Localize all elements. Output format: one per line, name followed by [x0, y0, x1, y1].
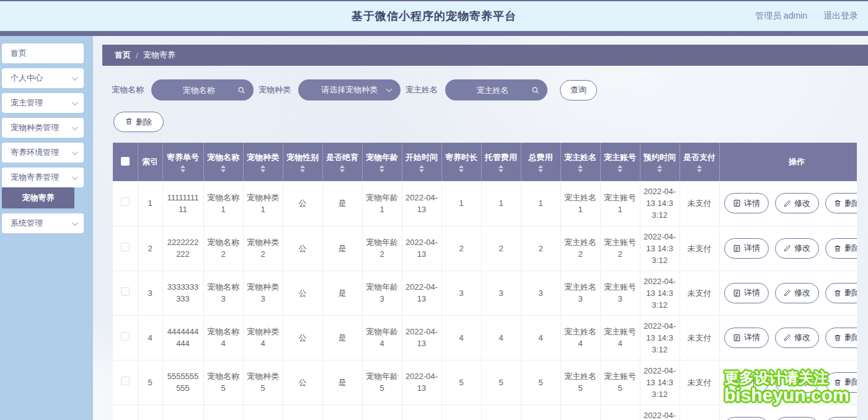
detail-button[interactable]: 详情: [724, 328, 769, 348]
column-header: 总费用: [521, 143, 560, 181]
column-header: 宠主账号: [600, 143, 640, 181]
edit-button[interactable]: 修改: [775, 372, 819, 393]
sort-caret-icon[interactable]: [379, 165, 384, 172]
sidebar-item-5[interactable]: 宠物寄养管理: [2, 168, 84, 187]
cell-total-fee: 5: [521, 360, 560, 404]
column-header: 开始时间: [402, 143, 441, 181]
delete-button[interactable]: 删除: [825, 238, 857, 259]
edit-button[interactable]: 修改: [775, 193, 819, 213]
sort-caret-icon[interactable]: [180, 165, 185, 172]
breadcrumb-home[interactable]: 首页: [115, 50, 131, 61]
sort-caret-icon[interactable]: [459, 165, 464, 172]
sidebar-item-label: 系统管理: [11, 218, 43, 229]
select-all-checkbox[interactable]: [121, 157, 130, 166]
pet-type-select[interactable]: 请选择宠物种类: [298, 79, 401, 101]
column-header-label: 总费用: [529, 152, 553, 163]
edit-button[interactable]: 修改: [775, 238, 819, 259]
detail-button[interactable]: 详情: [724, 283, 769, 303]
cell-total-fee: 1: [521, 181, 560, 226]
logout-link[interactable]: 退出登录: [823, 11, 858, 22]
delete-button[interactable]: 删除: [825, 417, 857, 420]
sidebar-item-1[interactable]: 个人中心: [2, 68, 84, 88]
batch-delete-label: 删除: [136, 117, 152, 128]
sidebar-item-0[interactable]: 首页: [2, 43, 84, 63]
sort-caret-icon[interactable]: [618, 165, 622, 172]
cell-owner-name: 宠主姓名4: [560, 315, 600, 360]
cell-pet-name: 宠物名称2: [203, 226, 243, 270]
cell-pay-status: 未支付: [680, 226, 719, 270]
column-header-label: 是否支付: [683, 152, 715, 163]
sort-caret-icon[interactable]: [657, 165, 662, 172]
cell-care-fee: 4: [481, 315, 521, 360]
sidebar-item-6[interactable]: 系统管理: [2, 213, 84, 233]
delete-button[interactable]: 删除: [825, 283, 857, 303]
search-button[interactable]: 查询: [560, 80, 597, 101]
column-header-label: 宠物名称: [207, 152, 239, 163]
sort-caret-icon[interactable]: [578, 165, 583, 172]
delete-button[interactable]: 删除: [825, 328, 857, 348]
delete-button[interactable]: 删除: [825, 193, 857, 213]
delete-button[interactable]: 删除: [825, 372, 857, 393]
cell-owner-account: 宠主账号5: [600, 360, 640, 404]
cell-age: 宠物年龄4: [362, 315, 402, 360]
detail-button[interactable]: 详情: [724, 372, 769, 393]
cell-reserve-time: 2022-04-13 14:33:12: [640, 404, 680, 420]
cell-owner-name: [560, 404, 600, 420]
sort-caret-icon[interactable]: [260, 165, 265, 172]
cell-pay-status: 未支付: [680, 315, 719, 360]
cell-gender: [283, 404, 322, 420]
cell-owner-name: 宠主姓名2: [560, 226, 600, 270]
cell-duration: 5: [441, 360, 481, 404]
column-header: 是否支付: [680, 143, 719, 181]
sort-caret-icon[interactable]: [221, 165, 226, 172]
cell-age: 宠物年龄5: [362, 360, 402, 404]
column-header: 宠物名称: [203, 143, 243, 181]
cell-pay-status: 未支付: [680, 360, 719, 404]
row-checkbox[interactable]: [121, 197, 130, 206]
batch-delete-button[interactable]: 删除: [113, 112, 164, 132]
sidebar-item-2[interactable]: 宠主管理: [2, 93, 84, 113]
cell-owner-account: 宠主账号2: [600, 226, 640, 270]
sidebar-item-3[interactable]: 宠物种类管理: [2, 118, 84, 138]
cell-reserve-time: 2022-04-13 14:33:12: [640, 226, 680, 270]
edit-button[interactable]: 修改: [775, 328, 819, 348]
table-row: 22222222222宠物名称2宠物种类2公是宠物年龄22022-04-1322…: [113, 226, 857, 270]
cell-gender: 公: [283, 360, 322, 404]
sort-caret-icon[interactable]: [340, 165, 345, 172]
cell-owner-name: 宠主姓名5: [560, 360, 600, 404]
edit-button[interactable]: 修改: [775, 283, 819, 303]
sort-caret-icon[interactable]: [697, 165, 702, 172]
column-header-label: 是否绝育: [326, 152, 358, 163]
sort-caret-icon[interactable]: [419, 165, 424, 172]
cell-care-fee: [481, 404, 521, 420]
detail-button[interactable]: 详情: [724, 238, 769, 259]
pet-type-label: 宠物种类: [259, 84, 291, 96]
edit-button[interactable]: 修改: [775, 417, 819, 420]
cell-gender: 公: [283, 181, 322, 226]
row-checkbox[interactable]: [121, 332, 130, 341]
cell-pet-name: 宠物名称3: [203, 270, 243, 315]
cell-index: 4: [138, 315, 162, 360]
breadcrumb: 首页 / 宠物寄养: [102, 45, 868, 66]
detail-button[interactable]: 详情: [724, 193, 769, 213]
sidebar-item-4[interactable]: 寄养环境管理: [2, 143, 84, 163]
sort-caret-icon[interactable]: [498, 165, 503, 172]
row-checkbox[interactable]: [121, 377, 130, 385]
table-row: 44444444444宠物名称4宠物种类4公是宠物年龄42022-04-1344…: [113, 315, 857, 360]
breadcrumb-separator: /: [136, 51, 138, 60]
detail-button[interactable]: 详情: [724, 417, 769, 420]
column-header: 宠主姓名: [560, 143, 600, 181]
cell-reserve-time: 2022-04-13 14:33:12: [640, 360, 680, 404]
row-checkbox[interactable]: [121, 287, 130, 296]
data-table: 索引寄养单号宠物名称宠物种类宠物性别是否绝育宠物年龄开始时间寄养时长托管费用总费…: [113, 143, 857, 420]
column-header: 寄养单号: [162, 143, 203, 181]
sort-caret-icon[interactable]: [300, 165, 305, 172]
row-actions-cell: 详情修改删除: [719, 404, 857, 420]
sidebar-subitem-active[interactable]: 宠物寄养: [2, 187, 74, 208]
column-header: 索引: [138, 143, 162, 181]
row-actions-cell: 详情修改删除: [719, 226, 857, 270]
sidebar-item-label: 宠物寄养管理: [11, 172, 59, 183]
row-checkbox[interactable]: [121, 243, 130, 251]
sort-caret-icon[interactable]: [538, 165, 543, 172]
cell-start-date: 2022-04-13: [402, 226, 441, 270]
